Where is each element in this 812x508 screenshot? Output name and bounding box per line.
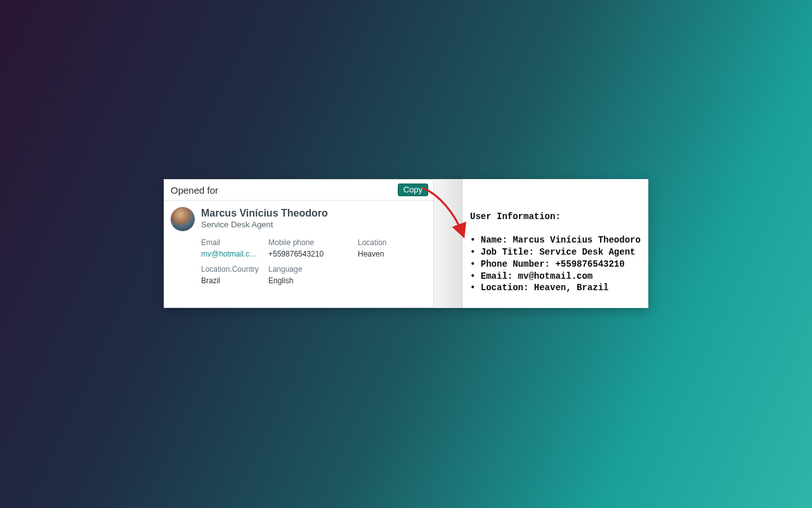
output-line-email: • Email: mv@hotmail.com <box>470 271 643 283</box>
email-label: Email <box>201 237 265 248</box>
output-heading: User Information: <box>470 211 643 223</box>
output-line-job: • Job Title: Service Desk Agent <box>470 246 643 258</box>
country-value: Brazil <box>201 276 265 286</box>
location-value: Heaven <box>358 249 426 259</box>
output-panel: User Information: • Name: Marcus Viníciu… <box>462 179 648 308</box>
user-info: Marcus Vinícius Theodoro Service Desk Ag… <box>201 207 426 286</box>
mobile-label: Mobile phone <box>268 237 354 248</box>
user-card: Opened for Copy Marcus Vinícius Theodoro… <box>164 179 434 308</box>
user-job-title: Service Desk Agent <box>201 220 426 229</box>
country-label: Location.Country <box>201 264 265 274</box>
output-line-name: • Name: Marcus Vinícius Theodoro <box>470 234 643 246</box>
language-label: Language <box>268 264 354 274</box>
user-name: Marcus Vinícius Theodoro <box>201 207 426 219</box>
details-grid: Email Mobile phone Location mv@hotmail.c… <box>201 237 426 286</box>
location-label: Location <box>358 237 426 248</box>
card-title: Opened for <box>171 185 218 196</box>
divider-gap <box>434 179 462 308</box>
mobile-value: +559876543210 <box>268 249 354 259</box>
avatar <box>171 207 195 231</box>
output-line-location: • Location: Heaven, Brazil <box>470 282 643 294</box>
copy-button[interactable]: Copy <box>398 184 428 196</box>
card-body: Marcus Vinícius Theodoro Service Desk Ag… <box>164 201 433 295</box>
language-value: English <box>268 276 354 286</box>
email-value[interactable]: mv@hotmail.c… <box>201 249 259 259</box>
card-header: Opened for Copy <box>164 180 433 201</box>
output-line-phone: • Phone Number: +559876543210 <box>470 258 643 271</box>
demo-container: Opened for Copy Marcus Vinícius Theodoro… <box>164 179 648 308</box>
